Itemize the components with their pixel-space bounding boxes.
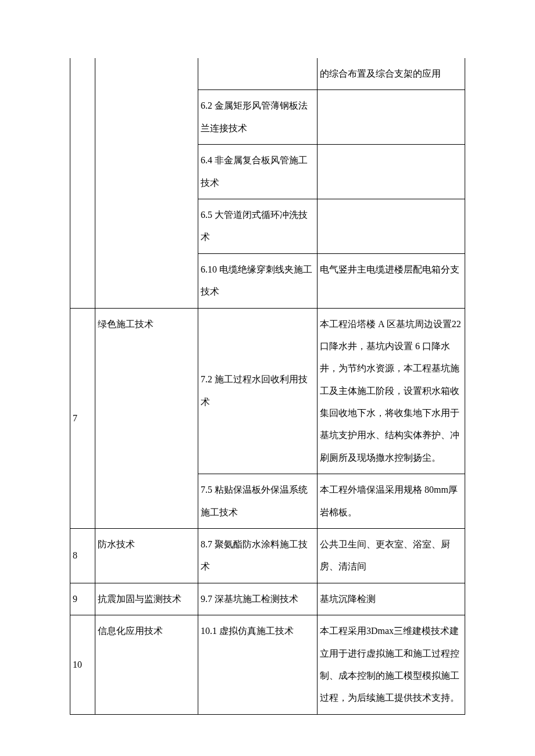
- cell-desc: 的综合布置及综合支架的应用: [318, 58, 465, 90]
- cell-tech: [198, 58, 318, 90]
- cell-desc: 公共卫生间、更衣室、浴室、厨房、清洁间: [318, 529, 465, 583]
- cell-desc: 本工程采用3Dmax三维建模技术建立用于进行虚拟施工和施工过程控制、成本控制的施…: [318, 615, 465, 715]
- table-row: 9 抗震加固与监测技术 9.7 深基坑施工检测技术 基坑沉降检测: [70, 583, 465, 615]
- cell-cat: 防水技术: [95, 529, 198, 583]
- cell-num: 7: [70, 308, 95, 529]
- cell-desc: 基坑沉降检测: [318, 583, 465, 615]
- table-row: 的综合布置及综合支架的应用: [70, 58, 465, 90]
- cell-num: 8: [70, 529, 95, 583]
- cell-cat: 信息化应用技术: [95, 615, 198, 715]
- cell-tech: 10.1 虚拟仿真施工技术: [198, 615, 318, 715]
- cell-desc: 本工程外墙保温采用规格 80mm厚岩棉板。: [318, 474, 465, 529]
- cell-tech: 8.7 聚氨酯防水涂料施工技术: [198, 529, 318, 583]
- cell-tech: 9.7 深基坑施工检测技术: [198, 583, 318, 615]
- cell-num: 10: [70, 615, 95, 715]
- cell-tech: 6.10 电缆绝缘穿刺线夹施工技术: [198, 253, 318, 308]
- tech-table: 的综合布置及综合支架的应用 6.2 金属矩形风管薄钢板法兰连接技术 6.4 非金…: [70, 58, 465, 715]
- cell-desc: 本工程沿塔楼 A 区基坑周边设置22 口降水井，基坑内设置 6 口降水井，为节约…: [318, 308, 465, 474]
- cell-tech: 6.2 金属矩形风管薄钢板法兰连接技术: [198, 90, 318, 145]
- table-row: 10 信息化应用技术 10.1 虚拟仿真施工技术 本工程采用3Dmax三维建模技…: [70, 615, 465, 715]
- cell-desc: [318, 199, 465, 253]
- cell-tech: 7.2 施工过程水回收利用技术: [198, 308, 318, 474]
- cell-num: [70, 58, 95, 308]
- cell-tech: 6.5 大管道闭式循环冲洗技术: [198, 199, 318, 253]
- cell-desc: [318, 145, 465, 199]
- table-row: 8 防水技术 8.7 聚氨酯防水涂料施工技术 公共卫生间、更衣室、浴室、厨房、清…: [70, 529, 465, 583]
- cell-cat: [95, 58, 198, 308]
- cell-tech: 6.4 非金属复合板风管施工技术: [198, 145, 318, 199]
- cell-tech: 7.5 粘贴保温板外保温系统施工技术: [198, 474, 318, 529]
- table-row: 7 绿色施工技术 7.2 施工过程水回收利用技术 本工程沿塔楼 A 区基坑周边设…: [70, 308, 465, 474]
- document-page: 的综合布置及综合支架的应用 6.2 金属矩形风管薄钢板法兰连接技术 6.4 非金…: [0, 0, 535, 756]
- cell-cat: 绿色施工技术: [95, 308, 198, 529]
- cell-desc: [318, 90, 465, 145]
- cell-cat: 抗震加固与监测技术: [95, 583, 198, 615]
- cell-num: 9: [70, 583, 95, 615]
- cell-desc: 电气竖井主电缆进楼层配电箱分支: [318, 253, 465, 308]
